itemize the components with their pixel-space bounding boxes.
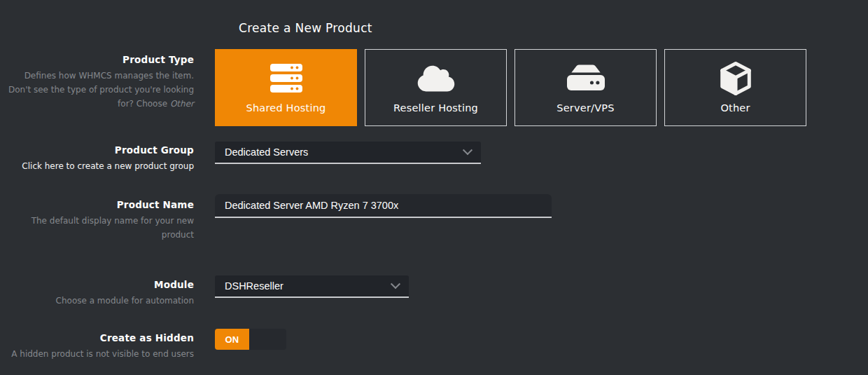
product-type-option-server-vps[interactable]: Server/VPS (514, 49, 657, 126)
module-select[interactable]: DSHReseller (215, 275, 409, 298)
product-type-description-text: Defines how WHMCS manages the item. Don'… (8, 71, 194, 109)
page-title: Create a New Product (0, 0, 868, 35)
product-group-select[interactable]: Dedicated Servers (215, 142, 481, 164)
product-name-description: The default display name for your new pr… (0, 214, 194, 242)
create-as-hidden-row: Create as Hidden A hidden product is not… (0, 329, 868, 361)
module-label-col: Module Choose a module for automation (0, 275, 215, 308)
product-name-label-col: Product Name The default display name fo… (0, 194, 215, 242)
create-product-page: Create a New Product Product Type Define… (0, 0, 868, 375)
product-type-option-shared-hosting[interactable]: Shared Hosting (215, 49, 357, 126)
chevron-down-icon (391, 279, 400, 289)
product-group-label-col: Product Group Click here to create a new… (0, 142, 215, 173)
product-type-description: Defines how WHMCS manages the item. Don'… (0, 69, 194, 111)
create-as-hidden-label-col: Create as Hidden A hidden product is not… (0, 329, 215, 361)
toggle-on-segment: ON (215, 329, 249, 350)
product-group-row: Product Group Click here to create a new… (0, 142, 868, 173)
product-type-option-label: Shared Hosting (246, 102, 326, 114)
create-as-hidden-toggle[interactable]: ON (215, 329, 286, 350)
product-type-option-reseller-hosting[interactable]: Reseller Hosting (365, 49, 507, 126)
product-type-options: Shared Hosting Reseller Hosting (215, 49, 806, 126)
product-group-label: Product Group (0, 144, 194, 156)
product-type-option-other[interactable]: Other (664, 49, 806, 126)
chevron-down-icon (463, 145, 472, 155)
module-description: Choose a module for automation (0, 294, 194, 308)
product-group-selected-value: Dedicated Servers (225, 146, 308, 158)
toggle-off-segment (249, 329, 286, 350)
product-type-option-label: Reseller Hosting (393, 102, 478, 114)
product-type-label-col: Product Type Defines how WHMCS manages t… (0, 49, 215, 111)
hdd-icon (567, 62, 605, 95)
product-type-option-label: Other (720, 102, 750, 114)
cloud-icon (416, 62, 456, 95)
module-row: Module Choose a module for automation DS… (0, 275, 868, 308)
server-stack-icon (270, 62, 302, 95)
product-name-input[interactable] (215, 194, 552, 218)
create-as-hidden-label: Create as Hidden (0, 332, 194, 343)
create-product-group-link[interactable]: Click here to create a new product group (0, 159, 194, 173)
product-name-label: Product Name (0, 199, 194, 210)
product-name-row: Product Name The default display name fo… (0, 194, 868, 242)
product-type-label: Product Type (0, 54, 194, 65)
product-type-row: Product Type Defines how WHMCS manages t… (0, 49, 868, 126)
cube-icon (720, 62, 752, 95)
module-selected-value: DSHReseller (225, 280, 284, 292)
create-as-hidden-description: A hidden product is not visible to end u… (0, 347, 194, 361)
module-label: Module (0, 279, 194, 290)
product-type-option-label: Server/VPS (556, 102, 614, 114)
product-type-description-emphasis: Other (170, 99, 194, 109)
